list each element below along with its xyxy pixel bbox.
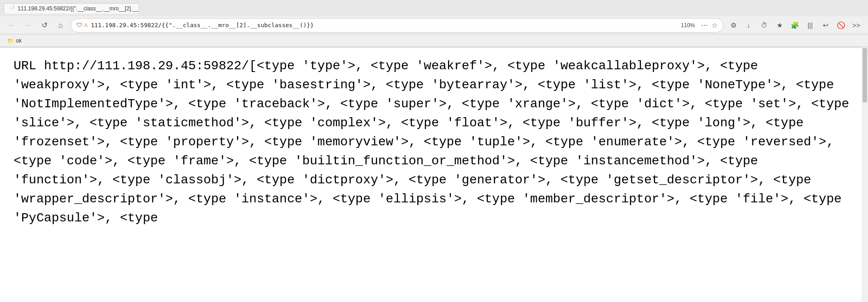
tab-bar: 📄 111.198.29.45:59822/{{".__class__.__mr… [0, 0, 868, 16]
download-icon[interactable]: ↓ [742, 19, 755, 32]
active-tab[interactable]: 📄 111.198.29.45:59822/{{".__class__.__mr… [4, 3, 139, 14]
settings-icon[interactable]: ⚙ [727, 19, 740, 32]
tab-favicon-icon: 📄 [9, 5, 15, 12]
toolbar-icons: ⚙ ↓ ⏱ ★ 🧩 ||| ↩ 🚫 >> [727, 19, 863, 32]
more-options-button[interactable]: ··· [698, 19, 711, 31]
bookmark-bar: 📁 ok [0, 34, 868, 47]
extensions-icon[interactable]: 🧩 [788, 19, 801, 32]
forward-button[interactable]: → [22, 19, 34, 32]
folder-icon: 📁 [7, 38, 14, 44]
address-bar[interactable]: 🛡 ⚠ 111.198.29.45:59822/{{".__class__.__… [71, 18, 723, 33]
page-text: URL http://111.198.29.45:59822/[<type 't… [14, 57, 854, 228]
page-content: URL http://111.198.29.45:59822/[<type 't… [0, 48, 868, 302]
browser-chrome: 📄 111.198.29.45:59822/{{".__class__.__mr… [0, 0, 868, 48]
zoom-level[interactable]: 110% [678, 21, 698, 29]
url-text[interactable]: 111.198.29.45:59822/{{".__class__.__mro_… [91, 22, 675, 29]
security-indicator: 🛡 ⚠ [76, 22, 88, 29]
bookmark-label: ok [16, 38, 22, 44]
home-button[interactable]: ⌂ [54, 19, 67, 32]
tab-label: 111.198.29.45:59822/{{".__class__.__mro_… [18, 5, 139, 12]
undo-icon[interactable]: ↩ [819, 19, 832, 32]
navigation-bar: ← → ↺ ⌂ 🛡 ⚠ 111.198.29.45:59822/{{".__cl… [0, 16, 868, 34]
bookmarks-sidebar-icon[interactable]: ||| [804, 19, 816, 32]
warning-icon: ⚠ [84, 22, 88, 28]
scrollbar[interactable] [862, 47, 868, 302]
shield-icon: 🛡 [76, 22, 82, 29]
block-icon[interactable]: 🚫 [835, 19, 847, 32]
overflow-icon[interactable]: >> [850, 19, 863, 32]
bookmark-star-icon[interactable]: ☆ [712, 21, 717, 29]
bookmark-manager-icon[interactable]: ★ [773, 19, 786, 32]
reload-button[interactable]: ↺ [38, 19, 51, 32]
back-button[interactable]: ← [5, 19, 18, 32]
scrollbar-thumb[interactable] [863, 48, 867, 102]
history-icon[interactable]: ⏱ [758, 19, 770, 32]
bookmark-ok[interactable]: 📁 ok [5, 37, 24, 45]
